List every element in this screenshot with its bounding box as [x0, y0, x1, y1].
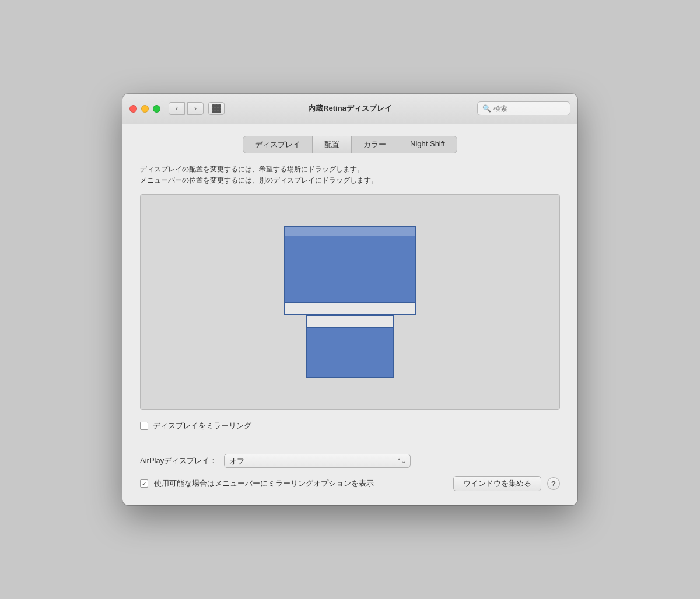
window-title: 内蔵Retinaディスプレイ	[308, 103, 392, 114]
grid-icon	[212, 104, 220, 113]
gather-windows-button[interactable]: ウインドウを集める	[453, 476, 541, 491]
tab-color[interactable]: カラー	[352, 136, 398, 153]
tab-group: ディスプレイ 配置 カラー Night Shift	[243, 136, 457, 153]
airplay-select[interactable]: オフ オン	[224, 454, 411, 468]
mirror-checkbox[interactable]	[140, 422, 148, 430]
back-button[interactable]: ‹	[169, 102, 185, 115]
traffic-lights	[130, 105, 160, 113]
tab-nightshift[interactable]: Night Shift	[398, 136, 457, 153]
forward-button[interactable]: ›	[187, 102, 204, 115]
airplay-row: AirPlayディスプレイ： オフ オン ⌃⌄	[140, 454, 560, 468]
mirror-checkbox-label: ディスプレイをミラーリング	[153, 421, 251, 431]
display-arrangement-area[interactable]	[140, 194, 560, 410]
bottom-section: AirPlayディスプレイ： オフ オン ⌃⌄ ✓ 使用可能な場合はメニューバー…	[140, 443, 560, 491]
airplay-select-wrapper: オフ オン ⌃⌄	[224, 454, 411, 468]
footer-checkbox[interactable]: ✓	[140, 479, 148, 488]
titlebar: ‹ › 内蔵Retinaディスプレイ 🔍	[123, 94, 578, 124]
menubar-indicator	[285, 227, 415, 236]
display-main[interactable]	[284, 226, 416, 315]
footer-checkbox-label: 使用可能な場合はメニューバーにミラーリングオプションを表示	[154, 478, 447, 489]
preferences-window: ‹ › 内蔵Retinaディスプレイ 🔍 ディスプレイ 配置	[123, 94, 578, 505]
minimize-button[interactable]	[141, 105, 149, 113]
search-icon: 🔍	[482, 104, 491, 113]
description-text: ディスプレイの配置を変更するには、希望する場所にドラッグします。 メニューバーの…	[140, 164, 560, 186]
description-line-2: メニューバーの位置を変更するには、別のディスプレイにドラッグします。	[140, 175, 560, 186]
search-input[interactable]	[494, 104, 565, 113]
mirror-checkbox-row: ディスプレイをミラーリング	[140, 421, 560, 431]
airplay-label: AirPlayディスプレイ：	[140, 456, 217, 466]
maximize-button[interactable]	[153, 105, 160, 113]
tab-bar: ディスプレイ 配置 カラー Night Shift	[140, 136, 560, 153]
display-secondary[interactable]	[306, 315, 394, 378]
tab-display[interactable]: ディスプレイ	[243, 136, 313, 153]
displays-container	[284, 226, 416, 378]
nav-buttons: ‹ ›	[169, 102, 204, 115]
content-area: ディスプレイ 配置 カラー Night Shift ディスプレイの配置を変更する…	[123, 124, 578, 505]
grid-button[interactable]	[208, 102, 225, 115]
close-button[interactable]	[130, 105, 137, 113]
search-box[interactable]: 🔍	[477, 101, 570, 115]
tab-arrangement[interactable]: 配置	[313, 136, 352, 153]
help-button[interactable]: ?	[547, 477, 560, 490]
footer-row: ✓ 使用可能な場合はメニューバーにミラーリングオプションを表示 ウインドウを集め…	[140, 476, 560, 491]
description-line-1: ディスプレイの配置を変更するには、希望する場所にドラッグします。	[140, 164, 560, 175]
